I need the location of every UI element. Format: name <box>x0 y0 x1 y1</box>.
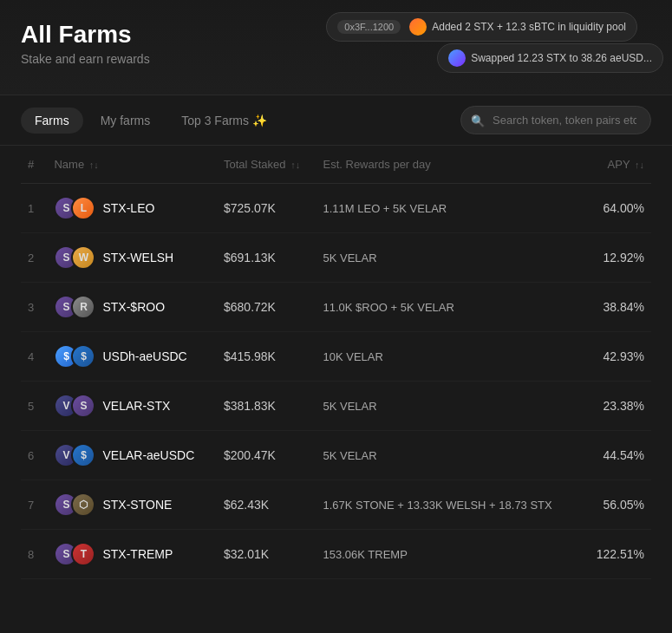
col-est-rewards: Est. Rewards per day <box>316 146 584 184</box>
rewards-value: 10K VELAR <box>323 350 383 363</box>
rewards-value: 1.11M LEO + 5K VELAR <box>323 202 447 215</box>
row-name: S ₿ STX-aBTC <box>47 579 217 589</box>
apy-value: 0.00% <box>584 579 651 589</box>
est-rewards: 5K VELAR <box>316 233 584 283</box>
notif-icon-1 <box>409 18 427 36</box>
notif-text-2: Swapped 12.23 STX to 38.26 aeUSD... <box>471 52 652 64</box>
token-icons: $ $ <box>54 344 95 369</box>
est-rewards: 10K VELAR <box>316 332 584 382</box>
row-name: V $ VELAR-aeUSDC <box>47 431 217 480</box>
rewards-value: 1.67K STONE + 13.33K WELSH + 18.73 STX <box>323 499 552 512</box>
apy-value: 44.54% <box>584 431 651 480</box>
token-icons: S L <box>54 196 95 220</box>
est-rewards: 1.67K STONE + 13.33K WELSH + 18.73 STX <box>316 480 584 530</box>
token-pair-label: VELAR-aeUSDC <box>102 448 194 462</box>
search-input[interactable] <box>460 106 651 134</box>
table-row[interactable]: 7 S ⬡ STX-STONE $62.43K 1.67K STONE + 13… <box>21 480 651 530</box>
token-pair-label: STX-LEO <box>102 201 154 215</box>
notification-2: Swapped 12.23 STX to 38.26 aeUSD... <box>437 43 663 73</box>
wallet-addr: 0x3F...1200 <box>337 20 401 34</box>
tab-top-3-farms[interactable]: Top 3 Farms ✨ <box>167 108 281 134</box>
token-icons: V S <box>54 394 95 418</box>
table-row[interactable]: 3 S R STX-$ROO $680.72K 11.0K $ROO + 5K … <box>21 283 651 332</box>
total-staked: $30.8K <box>217 579 316 589</box>
total-staked: $62.43K <box>217 480 316 530</box>
tab-farms[interactable]: Farms <box>21 108 83 134</box>
tab-my-farms[interactable]: My farms <box>87 108 165 134</box>
token-pair-label: STX-$ROO <box>102 300 165 314</box>
apy-value: 64.00% <box>584 184 651 233</box>
row-name: $ $ USDh-aeUSDC <box>47 332 217 382</box>
token-icon-2: ⬡ <box>71 493 95 517</box>
row-num: 1 <box>21 184 47 233</box>
apy-value: 23.38% <box>584 382 651 431</box>
row-name: V S VELAR-STX <box>47 382 217 431</box>
total-staked: $415.98K <box>217 332 316 382</box>
token-pair-label: USDh-aeUSDC <box>102 349 186 363</box>
est-rewards: 5K VELAR <box>316 431 584 480</box>
total-staked: $200.47K <box>217 431 316 480</box>
table-row[interactable]: 9 S ₿ STX-aBTC $30.8K -- 0.00% <box>21 579 651 589</box>
table-row[interactable]: 1 S L STX-LEO $725.07K 1.11M LEO + 5K VE… <box>21 184 651 233</box>
row-num: 5 <box>21 382 47 431</box>
apy-value: 122.51% <box>584 530 651 579</box>
token-icon-2: T <box>71 542 95 566</box>
farms-table: # Name ↑↓ Total Staked ↑↓ Est. Rewards p… <box>21 146 651 588</box>
row-name: S W STX-WELSH <box>47 233 217 283</box>
token-pair-label: STX-STONE <box>102 498 172 512</box>
token-icon-2: R <box>71 295 95 319</box>
rewards-value: 5K VELAR <box>323 251 377 264</box>
row-name: S T STX-TREMP <box>47 530 217 579</box>
token-pair-label: VELAR-STX <box>102 399 170 413</box>
notif-text-1: Added 2 STX + 12.3 sBTC in liquidity poo… <box>432 21 626 33</box>
col-name[interactable]: Name ↑↓ <box>47 146 217 184</box>
token-icons: S W <box>54 245 95 270</box>
sort-name-icon: ↑↓ <box>89 160 99 170</box>
table-row[interactable]: 8 S T STX-TREMP $32.01K 153.06K TREMP 12… <box>21 530 651 579</box>
token-icon-2: $ <box>71 344 95 369</box>
tabs-row: Farms My farms Top 3 Farms ✨ 🔍 <box>0 95 672 146</box>
token-icons: S ⬡ <box>54 493 95 517</box>
row-name: S ⬡ STX-STONE <box>47 480 217 530</box>
total-staked: $32.01K <box>217 530 316 579</box>
col-apy[interactable]: APY ↑↓ <box>584 146 651 184</box>
total-staked: $725.07K <box>217 184 316 233</box>
token-icons: V $ <box>54 443 95 467</box>
token-icons: S T <box>54 542 95 566</box>
farms-table-container: # Name ↑↓ Total Staked ↑↓ Est. Rewards p… <box>0 146 672 588</box>
search-icon: 🔍 <box>471 114 485 127</box>
table-row[interactable]: 2 S W STX-WELSH $691.13K 5K VELAR 12.92% <box>21 233 651 283</box>
est-rewards: 1.11M LEO + 5K VELAR <box>316 184 584 233</box>
rewards-value: 5K VELAR <box>323 449 377 462</box>
token-icons: S R <box>54 295 95 319</box>
est-rewards: 153.06K TREMP <box>316 530 584 579</box>
est-rewards: 5K VELAR <box>316 382 584 431</box>
row-num: 3 <box>21 283 47 332</box>
table-row[interactable]: 4 $ $ USDh-aeUSDC $415.98K 10K VELAR 42.… <box>21 332 651 382</box>
apy-value: 42.93% <box>584 332 651 382</box>
est-rewards: 11.0K $ROO + 5K VELAR <box>316 283 584 332</box>
est-rewards: -- <box>316 579 584 589</box>
token-icon-2: W <box>71 245 95 270</box>
notif-icon-2 <box>448 49 466 67</box>
rewards-value: 11.0K $ROO + 5K VELAR <box>323 301 454 314</box>
token-icon-2: S <box>71 394 95 418</box>
header: All Farms Stake and earn rewards 0x3F...… <box>0 0 672 95</box>
total-staked: $381.83K <box>217 382 316 431</box>
token-pair-label: STX-TREMP <box>102 547 173 561</box>
rewards-value: 5K VELAR <box>323 400 377 413</box>
table-row[interactable]: 5 V S VELAR-STX $381.83K 5K VELAR 23.38% <box>21 382 651 431</box>
apy-value: 38.84% <box>584 283 651 332</box>
col-total-staked[interactable]: Total Staked ↑↓ <box>217 146 316 184</box>
apy-value: 12.92% <box>584 233 651 283</box>
token-icon-2: L <box>71 196 95 220</box>
col-num: # <box>21 146 47 184</box>
row-num: 2 <box>21 233 47 283</box>
row-num: 6 <box>21 431 47 480</box>
table-row[interactable]: 6 V $ VELAR-aeUSDC $200.47K 5K VELAR 44.… <box>21 431 651 480</box>
rewards-value: 153.06K TREMP <box>323 548 408 561</box>
row-num: 4 <box>21 332 47 382</box>
search-wrapper: 🔍 <box>460 106 651 134</box>
row-num: 8 <box>21 530 47 579</box>
total-staked: $680.72K <box>217 283 316 332</box>
